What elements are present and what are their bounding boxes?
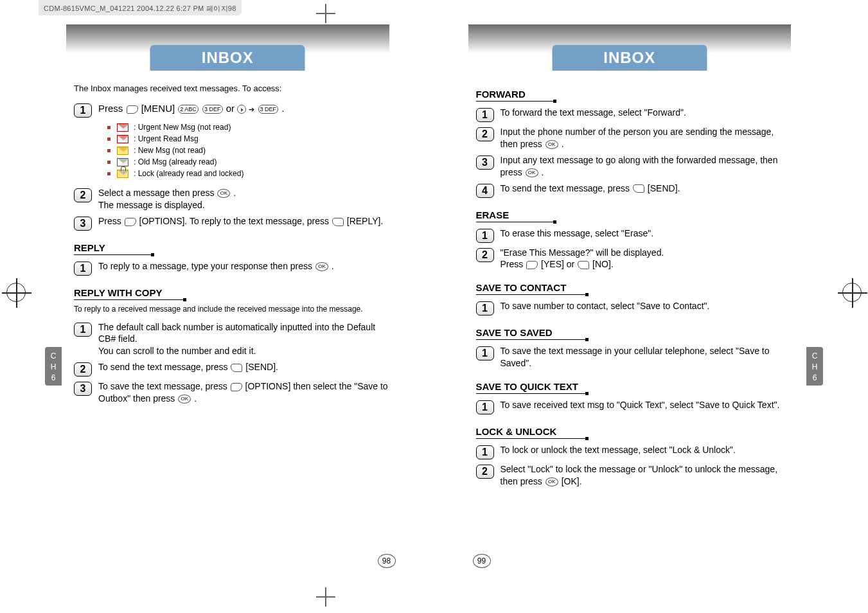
step-text: To erase this message, select "Erase". — [500, 227, 654, 240]
legend-item: : Urgent New Msg (not read) — [107, 123, 389, 132]
message-icon-legend: : Urgent New Msg (not read) : Urgent Rea… — [107, 123, 389, 178]
rc-step-1: 1 The default call back number is automa… — [74, 321, 389, 358]
page-title: INBOX — [552, 45, 707, 71]
step-number: 1 — [476, 301, 494, 315]
right-softkey-icon — [578, 261, 589, 269]
step-text: To save the text message in your cellula… — [500, 345, 792, 369]
lk-step-1: 1 To lock or unlock the text message, se… — [476, 444, 792, 459]
urgent-new-icon — [117, 123, 128, 132]
step-text: Input the phone number of the person you… — [500, 126, 792, 150]
reply-copy-note: To reply to a received message and inclu… — [74, 304, 389, 315]
step-2: 2 Select a message then press OK . The m… — [74, 187, 389, 211]
step-number: 1 — [74, 323, 92, 337]
step-number: 2 — [476, 248, 494, 262]
fw-step-1: 1 To forward the text message, select "F… — [476, 107, 792, 122]
ok-key-icon: OK — [526, 168, 538, 177]
section-forward: FORWARD — [476, 89, 792, 103]
page-99: INBOX FORWARD 1 To forward the text mess… — [434, 18, 869, 577]
nav-key-icon — [237, 105, 246, 114]
left-softkey-icon — [526, 261, 538, 269]
fw-step-3: 3 Input any text message to go along wit… — [476, 154, 792, 179]
step-number: 1 — [476, 400, 494, 414]
page-number: 98 — [378, 554, 396, 568]
sc-step-1: 1 To save number to contact, select "Sav… — [476, 300, 792, 315]
fw-step-2: 2 Input the phone number of the person y… — [476, 126, 792, 150]
intro-text: The Inbox manages received text messages… — [74, 84, 389, 93]
step-number: 1 — [476, 108, 494, 122]
key-2-icon: 2 ABC — [178, 105, 199, 114]
step-text: Select "Lock" to lock the message or "Un… — [500, 463, 792, 488]
left-softkey-icon — [127, 105, 138, 114]
old-msg-icon — [117, 158, 128, 166]
step-number: 1 — [74, 262, 92, 276]
ok-key-icon: OK — [217, 189, 230, 198]
step-3: 3 Press [OPTIONS]. To reply to the text … — [74, 215, 389, 231]
step-number: 3 — [74, 382, 92, 396]
step-text: Press [OPTIONS]. To reply to the text me… — [98, 215, 383, 227]
step-number: 3 — [476, 155, 494, 170]
sq-step-1: 1 To save received text msg to "Quick Te… — [476, 399, 792, 414]
step-text: To send the text message, press [SEND]. — [500, 182, 680, 195]
page-number: 99 — [473, 554, 491, 568]
step-number: 4 — [476, 184, 494, 198]
page-header: INBOX — [468, 24, 792, 77]
rc-step-2: 2 To send the text message, press [SEND]… — [74, 361, 389, 377]
ok-key-icon: OK — [545, 140, 558, 149]
urgent-read-icon — [117, 135, 128, 143]
step-text: Select a message then press OK . The mes… — [98, 187, 236, 211]
step-number: 1 — [476, 445, 494, 459]
section-reply-with-copy: REPLY WITH COPY — [74, 287, 389, 301]
print-header: CDM-8615VMC_M_041221 2004.12.22 6:27 PM … — [39, 0, 242, 15]
rc-step-3: 3 To save the text message, press [OPTIO… — [74, 380, 389, 405]
legend-item: : New Msg (not read) — [107, 146, 389, 155]
new-msg-icon — [117, 147, 128, 155]
ss-step-1: 1 To save the text message in your cellu… — [476, 345, 792, 369]
left-softkey-icon — [231, 383, 242, 391]
step-text: Input any text message to go along with … — [500, 154, 792, 179]
page-title: INBOX — [150, 45, 305, 71]
step-1: 1 Press [MENU] 2 ABC 3 DEF or ➔ 3 DEF . — [74, 102, 389, 118]
left-softkey-icon — [125, 218, 136, 226]
reply-step-1: 1 To reply to a message, type your respo… — [74, 260, 389, 276]
lk-step-2: 2 Select "Lock" to lock the message or "… — [476, 463, 792, 488]
step-number: 2 — [74, 362, 92, 377]
section-save-contact: SAVE TO CONTACT — [476, 282, 792, 296]
step-number: 3 — [74, 217, 92, 231]
legend-item: : Old Msg (already read) — [107, 157, 389, 166]
ok-key-icon: OK — [315, 262, 328, 271]
step-number: 1 — [74, 103, 92, 118]
key-3-icon: 3 DEF — [258, 105, 279, 114]
er-step-1: 1 To erase this message, select "Erase". — [476, 227, 792, 243]
page-header: INBOX — [66, 24, 389, 77]
manual-spread: INBOX The Inbox manages received text me… — [0, 18, 868, 577]
step-text: To save number to contact, select "Save … — [500, 300, 710, 312]
step-text: To send the text message, press [SEND]. — [98, 361, 278, 373]
section-erase: ERASE — [476, 209, 792, 224]
er-step-2: 2 "Erase This Message?" will be displaye… — [476, 247, 792, 271]
step-number: 2 — [74, 188, 92, 202]
right-softkey-icon — [231, 364, 242, 372]
ok-key-icon: OK — [178, 395, 191, 404]
crop-mark-bottom — [316, 587, 335, 607]
step-text: The default call back number is automati… — [98, 321, 389, 358]
section-lock-unlock: LOCK & UNLOCK — [476, 426, 792, 440]
fw-step-4: 4 To send the text message, press [SEND]… — [476, 182, 792, 198]
step-text: To save the text message, press [OPTIONS… — [98, 380, 389, 405]
step-text: To lock or unlock the text message, sele… — [500, 444, 736, 456]
right-softkey-icon — [332, 218, 344, 226]
step-text: To save received text msg to "Quick Text… — [500, 399, 780, 411]
step-number: 2 — [476, 465, 494, 479]
step-text: To forward the text message, select "For… — [500, 107, 686, 119]
lock-msg-icon — [117, 170, 128, 178]
step-text: Press [MENU] 2 ABC 3 DEF or ➔ 3 DEF . — [98, 102, 284, 115]
legend-item: : Lock (already read and locked) — [107, 169, 389, 178]
key-3-icon: 3 DEF — [202, 105, 223, 114]
step-text: To reply to a message, type your respons… — [98, 260, 334, 272]
section-save-saved: SAVE TO SAVED — [476, 327, 792, 341]
legend-item: : Urgent Read Msg — [107, 134, 389, 143]
step-number: 2 — [476, 127, 494, 141]
section-reply: REPLY — [74, 242, 389, 256]
ok-key-icon: OK — [545, 477, 558, 486]
step-number: 1 — [476, 229, 494, 243]
step-text: "Erase This Message?" will be displayed.… — [500, 247, 664, 271]
